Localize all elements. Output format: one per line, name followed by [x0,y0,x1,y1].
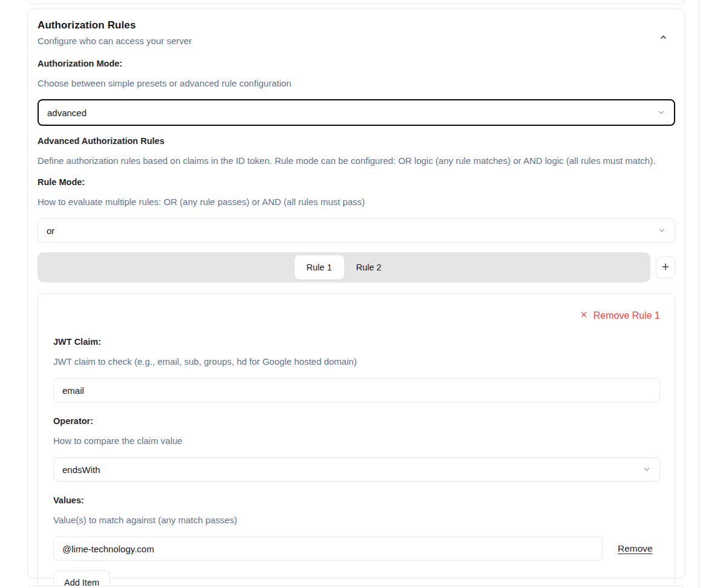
chevron-down-icon [657,108,665,117]
rule-mode-select[interactable]: or [38,218,675,243]
remove-rule-row: Remove Rule 1 [53,310,660,322]
section-header: Authorization Rules Configure who can ac… [38,18,675,48]
section-header-text: Authorization Rules Configure who can ac… [38,18,192,47]
rule-mode-value: or [47,226,54,236]
jwt-claim-label: JWT Claim: [53,336,660,348]
value-input[interactable] [53,537,603,561]
chevron-down-icon [643,465,651,474]
remove-rule-button[interactable]: Remove Rule 1 [580,310,660,322]
previous-section-card [27,0,685,4]
values-label: Values: [53,494,660,506]
jwt-claim-description: JWT claim to check (e.g., email, sub, gr… [53,356,660,368]
chevron-down-icon [658,226,666,235]
plus-icon [661,262,670,273]
add-rule-button[interactable] [656,256,675,278]
rule-tabs-row: Rule 1 Rule 2 [38,252,675,283]
section-title: Authorization Rules [38,18,192,33]
values-description: Value(s) to match against (any match pas… [53,514,660,526]
value-item-row: Remove [53,537,660,561]
operator-description: How to compare the claim value [53,435,660,447]
remove-value-link[interactable]: Remove [618,543,653,554]
jwt-claim-input[interactable] [53,378,660,402]
next-section-card [27,586,685,588]
rule-1-panel: Remove Rule 1 JWT Claim: JWT claim to ch… [38,293,675,588]
advanced-rules-description: Define authorization rules based on clai… [38,155,675,167]
operator-label: Operator: [53,415,660,427]
authorization-rules-card: Authorization Rules Configure who can ac… [27,8,685,578]
chevron-up-icon [659,33,668,44]
authorization-mode-value: advanced [47,108,87,118]
remove-rule-label: Remove Rule 1 [593,310,660,322]
tab-rule-1[interactable]: Rule 1 [295,255,344,279]
collapse-section-button[interactable] [654,28,673,48]
section-subtitle: Configure who can access your server [38,35,192,47]
x-icon [580,310,588,322]
authorization-mode-description: Choose between simple presets or advance… [38,77,675,90]
rule-mode-description: How to evaluate multiple rules: OR (any … [38,196,675,208]
settings-page: Authorization Rules Configure who can ac… [0,0,703,588]
tab-rule-2[interactable]: Rule 2 [344,255,394,279]
rule-mode-label: Rule Mode: [38,176,675,188]
operator-select[interactable]: endsWith [53,457,660,482]
authorization-mode-select[interactable]: advanced [38,99,675,126]
authorization-mode-label: Authorization Mode: [38,57,675,70]
rule-tablist: Rule 1 Rule 2 [38,252,650,283]
operator-value: endsWith [62,465,100,475]
scrollbar-track[interactable] [699,0,699,588]
advanced-rules-heading: Advanced Authorization Rules [38,135,675,147]
